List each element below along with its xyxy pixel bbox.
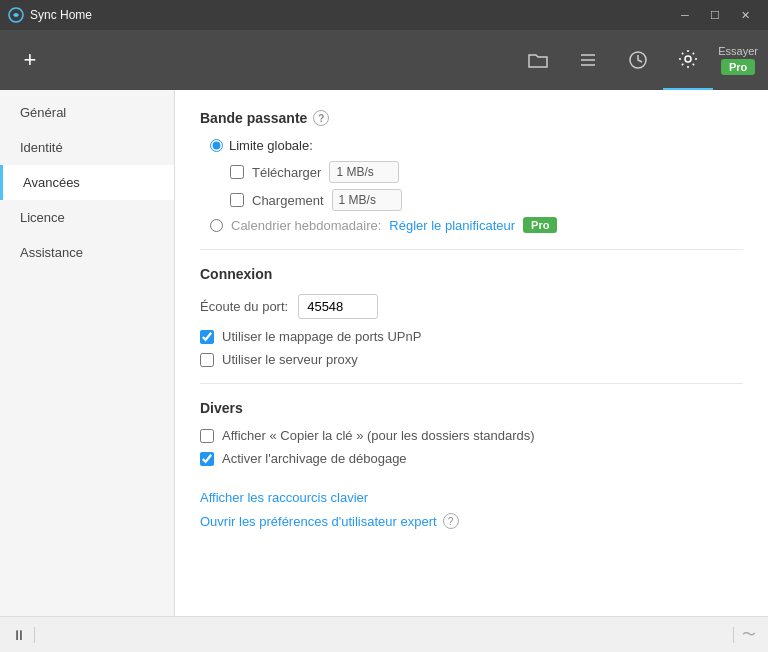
global-limit-radio[interactable] [210, 139, 223, 152]
upload-checkbox[interactable] [230, 193, 244, 207]
weekly-label: Calendrier hebdomadaire: [231, 218, 381, 233]
download-label: Télécharger [252, 165, 321, 180]
minimize-button[interactable]: ─ [670, 0, 700, 30]
proxy-checkbox[interactable] [200, 353, 214, 367]
debug-label: Activer l'archivage de débogage [222, 451, 407, 466]
debug-option: Activer l'archivage de débogage [200, 451, 743, 466]
sidebar-item-licence[interactable]: Licence [0, 200, 174, 235]
port-row: Écoute du port: [200, 294, 743, 319]
sidebar-item-identite[interactable]: Identité [0, 130, 174, 165]
connection-section-header: Connexion [200, 266, 743, 282]
pause-button[interactable]: ⏸ [12, 627, 26, 643]
pro-badge-scheduler: Pro [523, 217, 557, 233]
folder-icon [527, 49, 549, 71]
statusbar: ⏸ 〜 [0, 616, 768, 652]
content-area: Bande passante ? Limite globale: Télécha… [175, 90, 768, 616]
wave-icon: 〜 [742, 626, 756, 644]
download-speed-input[interactable] [329, 161, 399, 183]
debug-checkbox[interactable] [200, 452, 214, 466]
copy-key-option: Afficher « Copier la clé » (pour les dos… [200, 428, 743, 443]
connection-title: Connexion [200, 266, 272, 282]
add-button[interactable]: + [10, 40, 50, 80]
bandwidth-section-header: Bande passante ? [200, 110, 743, 126]
copy-key-checkbox[interactable] [200, 429, 214, 443]
weekly-schedule-radio[interactable] [210, 219, 223, 232]
titlebar: Sync Home ─ ☐ ✕ [0, 0, 768, 30]
pro-badge: Pro [721, 59, 755, 75]
statusbar-divider-2 [733, 627, 734, 643]
close-button[interactable]: ✕ [730, 0, 760, 30]
sidebar-item-assistance[interactable]: Assistance [0, 235, 174, 270]
expert-help-icon[interactable]: ? [443, 513, 459, 529]
copy-key-label: Afficher « Copier la clé » (pour les dos… [222, 428, 535, 443]
transfers-button[interactable] [563, 30, 613, 90]
upnp-option: Utiliser le mappage de ports UPnP [200, 329, 743, 344]
port-input[interactable] [298, 294, 378, 319]
main-container: Général Identité Avancées Licence Assist… [0, 90, 768, 616]
expert-prefs-link[interactable]: Ouvrir les préférences d'utilisateur exp… [200, 514, 437, 529]
global-limit-radio-group: Limite globale: [210, 138, 743, 153]
divider-2 [200, 383, 743, 384]
toolbar-icons: Essayer Pro [513, 30, 758, 90]
proxy-label: Utiliser le serveur proxy [222, 352, 358, 367]
history-button[interactable] [613, 30, 663, 90]
divers-title: Divers [200, 400, 243, 416]
sidebar-item-general[interactable]: Général [0, 95, 174, 130]
bandwidth-title: Bande passante [200, 110, 307, 126]
global-limit-label: Limite globale: [229, 138, 313, 153]
upload-speed-input[interactable] [332, 189, 402, 211]
sidebar: Général Identité Avancées Licence Assist… [0, 90, 175, 616]
app-title: Sync Home [30, 8, 670, 22]
upload-option: Chargement [230, 189, 743, 211]
folders-button[interactable] [513, 30, 563, 90]
download-option: Télécharger [230, 161, 743, 183]
try-label: Essayer [718, 45, 758, 57]
upnp-label: Utiliser le mappage de ports UPnP [222, 329, 421, 344]
window-controls: ─ ☐ ✕ [670, 0, 760, 30]
weekly-schedule-row: Calendrier hebdomadaire: Régler le plani… [210, 217, 743, 233]
svg-point-5 [685, 56, 691, 62]
port-label: Écoute du port: [200, 299, 288, 314]
toolbar: + [0, 30, 768, 90]
app-icon [8, 7, 24, 23]
set-scheduler-link[interactable]: Régler le planificateur [389, 218, 515, 233]
list-icon [577, 49, 599, 71]
settings-button[interactable] [663, 30, 713, 90]
gear-icon [677, 48, 699, 70]
try-pro-button[interactable]: Essayer Pro [718, 45, 758, 75]
upnp-checkbox[interactable] [200, 330, 214, 344]
divider-1 [200, 249, 743, 250]
expert-link-row: Ouvrir les préférences d'utilisateur exp… [200, 513, 743, 529]
shortcuts-link[interactable]: Afficher les raccourcis clavier [200, 490, 743, 505]
history-icon [627, 49, 649, 71]
divers-section-header: Divers [200, 400, 743, 416]
download-checkbox[interactable] [230, 165, 244, 179]
upload-label: Chargement [252, 193, 324, 208]
bandwidth-help-icon[interactable]: ? [313, 110, 329, 126]
maximize-button[interactable]: ☐ [700, 0, 730, 30]
statusbar-divider [34, 627, 35, 643]
proxy-option: Utiliser le serveur proxy [200, 352, 743, 367]
sidebar-item-avancees[interactable]: Avancées [0, 165, 174, 200]
